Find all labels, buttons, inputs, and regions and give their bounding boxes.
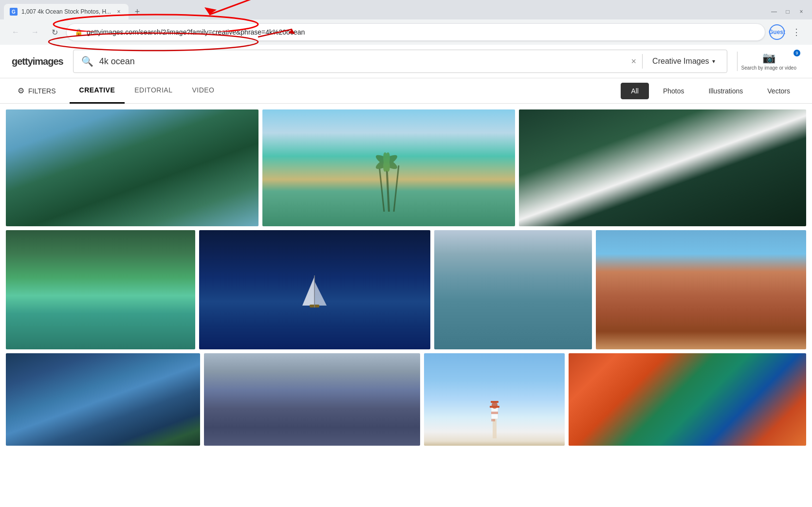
filter-bar: ⚙ FILTERS CREATIVE EDITORIAL VIDEO All P…: [0, 78, 812, 104]
getty-logo: gettyimages: [12, 56, 63, 67]
image-ship[interactable]: [204, 353, 420, 446]
tab-close-button[interactable]: ×: [115, 8, 123, 16]
search-by-image-button[interactable]: 9 📷 Search by image or video: [737, 52, 800, 71]
dropdown-caret-icon: ▾: [712, 58, 715, 65]
tab-creative[interactable]: CREATIVE: [70, 78, 125, 104]
camera-icon: 📷: [762, 52, 775, 64]
grid-row-3: [6, 353, 806, 446]
image-sailboat[interactable]: [199, 230, 430, 349]
svg-line-5: [394, 165, 399, 212]
security-icon: 🔒: [74, 28, 83, 36]
tab-editorial[interactable]: EDITORIAL: [125, 78, 182, 104]
image-cliffs[interactable]: [6, 353, 200, 446]
forward-button[interactable]: →: [27, 24, 43, 40]
image-seabirds[interactable]: [434, 230, 592, 349]
tab-title: 1,007 4k Ocean Stock Photos, H...: [21, 8, 111, 15]
image-aerial-islands[interactable]: [6, 109, 258, 226]
palm-decoration: [350, 134, 428, 212]
window-controls: — □ ×: [767, 5, 808, 18]
tab-video[interactable]: VIDEO: [182, 78, 224, 104]
lighthouse-decoration: [487, 392, 502, 441]
grid-row-1: [6, 109, 806, 226]
filter-photos-button[interactable]: Photos: [653, 83, 695, 99]
filters-button[interactable]: ⚙ FILTERS: [12, 86, 62, 95]
tab-favicon: G: [10, 8, 18, 16]
new-tab-button[interactable]: +: [130, 5, 144, 18]
filter-all-button[interactable]: All: [621, 83, 649, 99]
browser-chrome: G 1,007 4k Ocean Stock Photos, H... × + …: [0, 0, 812, 45]
extensions-button[interactable]: ⋮: [789, 24, 804, 40]
back-button[interactable]: ←: [8, 24, 23, 40]
image-colorful[interactable]: [569, 353, 806, 446]
search-bar-container: gettyimages 🔍 × Creative Images ▾ 9 📷 Se…: [0, 45, 812, 78]
image-ocean-waves[interactable]: [519, 109, 806, 226]
search-by-image-label: Search by image or video: [741, 65, 796, 71]
svg-rect-17: [492, 402, 498, 409]
svg-marker-11: [314, 281, 327, 306]
image-lighthouse[interactable]: [424, 353, 565, 446]
image-type-dropdown[interactable]: Creative Images ▾: [648, 57, 719, 66]
image-palm-island[interactable]: [262, 109, 515, 226]
close-window-button[interactable]: ×: [794, 5, 808, 18]
filter-vectors-button[interactable]: Vectors: [757, 83, 800, 99]
filters-label: FILTERS: [28, 87, 56, 95]
maximize-button[interactable]: □: [781, 5, 794, 18]
filter-tabs: CREATIVE EDITORIAL VIDEO: [70, 78, 224, 104]
refresh-button[interactable]: ↻: [47, 24, 62, 40]
profile-area: Guest ⋮: [769, 24, 804, 40]
filter-illustrations-button[interactable]: Illustrations: [698, 83, 753, 99]
search-badge: 9: [794, 50, 800, 56]
profile-button[interactable]: Guest: [769, 24, 785, 40]
filter-icon: ⚙: [18, 86, 24, 95]
image-canyon[interactable]: [596, 230, 806, 349]
svg-line-4: [379, 165, 384, 212]
search-divider: [642, 54, 643, 69]
browser-tab[interactable]: G 1,007 4k Ocean Stock Photos, H... ×: [4, 4, 129, 19]
svg-rect-18: [491, 401, 498, 403]
svg-rect-19: [491, 412, 498, 414]
image-coastal-road[interactable]: [6, 230, 195, 349]
grid-row-2: [6, 230, 806, 349]
search-input[interactable]: [99, 56, 631, 67]
tab-bar: G 1,007 4k Ocean Stock Photos, H... × + …: [0, 0, 812, 19]
search-icon: 🔍: [81, 55, 93, 67]
image-type-label: Creative Images: [652, 57, 709, 66]
address-bar[interactable]: 🔒 gettyimages.com/search/2/image?family=…: [66, 23, 765, 41]
clear-search-button[interactable]: ×: [631, 56, 637, 67]
type-filters: All Photos Illustrations Vectors: [621, 83, 800, 99]
address-bar-row: ← → ↻ 🔒 gettyimages.com/search/2/image?f…: [0, 19, 812, 45]
url-text: gettyimages.com/search/2/image?family=cr…: [87, 28, 757, 36]
sailboat-decoration: [300, 272, 329, 320]
search-box[interactable]: 🔍 × Creative Images ▾: [73, 50, 727, 73]
minimize-button[interactable]: —: [767, 5, 781, 18]
svg-rect-20: [491, 419, 495, 421]
svg-marker-10: [302, 276, 314, 306]
image-grid: [0, 104, 812, 455]
